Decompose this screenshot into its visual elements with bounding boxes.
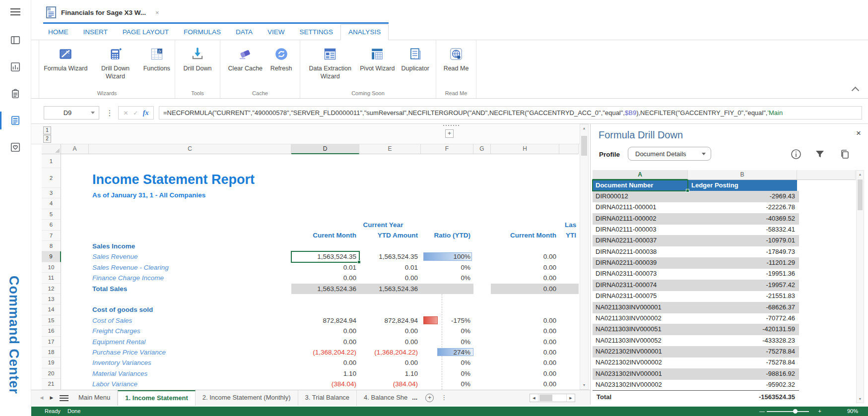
- cell-D21[interactable]: (384.04): [291, 379, 359, 389]
- header-ytd-clipped[interactable]: YTl: [566, 232, 579, 239]
- ledger-posting-cell[interactable]: -420131.59: [688, 324, 795, 335]
- cell-C12[interactable]: Total Sales: [92, 284, 290, 294]
- ledger-posting-cell[interactable]: -433328.23: [688, 335, 795, 346]
- cell-D12[interactable]: 1,563,524.36: [291, 284, 359, 294]
- row-header-3[interactable]: 3: [42, 188, 61, 198]
- cell-C16[interactable]: Freight Charges: [92, 326, 290, 336]
- zoom-out-button[interactable]: —: [759, 407, 765, 416]
- scrollbar-thumb[interactable]: [581, 136, 587, 156]
- panel-column-header-b[interactable]: B: [688, 170, 797, 180]
- column-header-E[interactable]: E: [359, 144, 421, 154]
- outline-level-1-button[interactable]: 1: [43, 126, 51, 134]
- ledger-posting-cell[interactable]: -98816.92: [688, 368, 795, 379]
- cell-H20[interactable]: 0.00: [491, 368, 559, 379]
- document-number-cell[interactable]: DIRNA02111-000001: [593, 202, 688, 213]
- cell-D17[interactable]: 0.00: [291, 337, 359, 347]
- column-header-C[interactable]: C: [89, 144, 291, 154]
- scroll-up-icon[interactable]: ▲: [580, 124, 588, 132]
- document-number-cell[interactable]: DIRNA02311-000074: [593, 280, 688, 291]
- drilldown-row-10[interactable]: NA0211303INV000001-68626.37: [593, 302, 799, 313]
- cell-H12[interactable]: 0.00: [491, 284, 559, 294]
- cell-H21[interactable]: 0.00: [491, 379, 559, 389]
- sheet-tab-3-trial-balance[interactable]: 3. Trial Balance: [298, 390, 357, 406]
- drilldown-row-11[interactable]: NA0211303INV000002-70772.46: [593, 313, 799, 324]
- zoom-percentage[interactable]: 90%: [847, 407, 858, 416]
- cell-H17[interactable]: 0.00: [491, 337, 559, 347]
- row-header-12[interactable]: 12: [42, 284, 61, 294]
- drilldown-row-1[interactable]: DIRNA02111-000001-22226.78: [593, 202, 799, 213]
- cell-C9[interactable]: Sales Revenue: [92, 251, 290, 262]
- cell-C10[interactable]: Sales Revenue - Clearing: [92, 262, 290, 273]
- menu-icon[interactable]: [10, 8, 20, 16]
- row-header-14[interactable]: 14: [42, 304, 61, 315]
- cell-F19[interactable]: 0%: [421, 357, 473, 368]
- ledger-posting-cell[interactable]: -11201.29: [688, 257, 795, 268]
- document-number-cell[interactable]: DIRNA02211-000037: [593, 235, 688, 246]
- row-header-6[interactable]: 6: [42, 220, 61, 230]
- cell-F12[interactable]: [421, 284, 473, 294]
- cell-F20[interactable]: 0%: [421, 368, 473, 379]
- header-last-year-clipped[interactable]: Las: [565, 221, 579, 229]
- drilldown-row-4[interactable]: DIRNA02211-000037-10979.01: [593, 235, 799, 246]
- ledger-posting-cell[interactable]: -68626.37: [688, 302, 795, 313]
- scroll-down-icon[interactable]: ▼: [857, 395, 864, 403]
- row-header-18[interactable]: 18: [42, 347, 61, 357]
- cell-H11[interactable]: 0.00: [491, 273, 559, 283]
- cell-C17[interactable]: Equipment Rental: [92, 337, 290, 347]
- document-number-cell[interactable]: NA0211303INV000051: [593, 324, 688, 335]
- sheet-nav-next-icon[interactable]: [47, 390, 57, 406]
- document-number-cell[interactable]: DIRNA02111-000003: [593, 224, 688, 236]
- cell-D9[interactable]: 1,563,524.35: [291, 251, 359, 262]
- layout-icon[interactable]: [8, 33, 23, 48]
- row-header-1[interactable]: 1: [42, 154, 61, 168]
- document-number-cell[interactable]: NA0211303INV000001: [593, 302, 688, 313]
- drilldown-row-16[interactable]: NA0231302INV000001-98816.92: [593, 368, 799, 380]
- row-header-13[interactable]: 13: [42, 294, 61, 304]
- row-header-20[interactable]: 20: [42, 368, 61, 379]
- cell-H15[interactable]: 0.00: [491, 315, 559, 326]
- cell-C14[interactable]: Cost of goods sold: [92, 304, 290, 315]
- row-header-10[interactable]: 10: [42, 262, 61, 273]
- cell-H19[interactable]: 0.00: [491, 357, 559, 368]
- drilldown-row-0[interactable]: DIR000012-2969.43: [593, 191, 799, 202]
- row-header-19[interactable]: 19: [42, 357, 61, 368]
- clipboard-icon[interactable]: [8, 86, 23, 101]
- column-header-H[interactable]: H: [491, 144, 559, 154]
- drilldown-row-14[interactable]: NA0221302INV000001-75278.84: [593, 346, 799, 357]
- cell-C19[interactable]: Inventory Variances: [92, 357, 290, 368]
- cell-F16[interactable]: 0%: [421, 326, 473, 336]
- row-header-2[interactable]: 2: [42, 168, 61, 188]
- close-icon[interactable]: ×: [856, 128, 861, 138]
- select-all-corner[interactable]: [42, 144, 61, 154]
- row-header-5[interactable]: 5: [42, 209, 61, 220]
- cell-F21[interactable]: 0%: [421, 379, 473, 389]
- scrollbar-thumb[interactable]: [539, 395, 552, 401]
- chart-icon[interactable]: [8, 59, 23, 74]
- cell-D18[interactable]: (1,368,204.22): [291, 347, 359, 357]
- document-number-cell[interactable]: NA0221302INV000001: [593, 346, 688, 357]
- cell-D19[interactable]: 0.00: [291, 357, 359, 368]
- column-header-G[interactable]: G: [473, 144, 491, 154]
- drilldown-total-row[interactable]: Total -1563524.35: [593, 390, 799, 404]
- tab-kebab-icon[interactable]: [437, 390, 451, 406]
- zoom-slider-thumb[interactable]: [793, 409, 798, 414]
- ledger-posting-cell[interactable]: -10979.01: [688, 235, 795, 246]
- cell-F17[interactable]: 0%: [421, 337, 473, 347]
- column-header-F[interactable]: F: [421, 144, 473, 154]
- document-number-cell[interactable]: NA0231302INV000001: [593, 368, 688, 380]
- sheet-nav-prev-icon[interactable]: [37, 390, 47, 406]
- scroll-right-icon[interactable]: [566, 394, 575, 402]
- profile-dropdown[interactable]: Document Details: [628, 147, 711, 161]
- ledger-posting-cell[interactable]: -75278.84: [688, 346, 795, 357]
- panel-column-header-a[interactable]: A: [593, 170, 688, 180]
- cell-H18[interactable]: 0.00: [491, 347, 559, 357]
- drilldown-row-12[interactable]: NA0211303INV000051-420131.59: [593, 324, 799, 335]
- header-ratio-ytd[interactable]: Ratio (YTD): [421, 232, 470, 239]
- cell-E21[interactable]: (384.04): [359, 379, 421, 389]
- row-header-7[interactable]: 7: [42, 231, 61, 241]
- cell-E15[interactable]: 872,824.94: [359, 315, 421, 326]
- cell-H10[interactable]: 0.00: [491, 262, 559, 273]
- document-number-cell[interactable]: DIR000012: [593, 191, 688, 202]
- horizontal-scrollbar[interactable]: [530, 394, 575, 402]
- cell-E11[interactable]: 0.00: [359, 273, 421, 283]
